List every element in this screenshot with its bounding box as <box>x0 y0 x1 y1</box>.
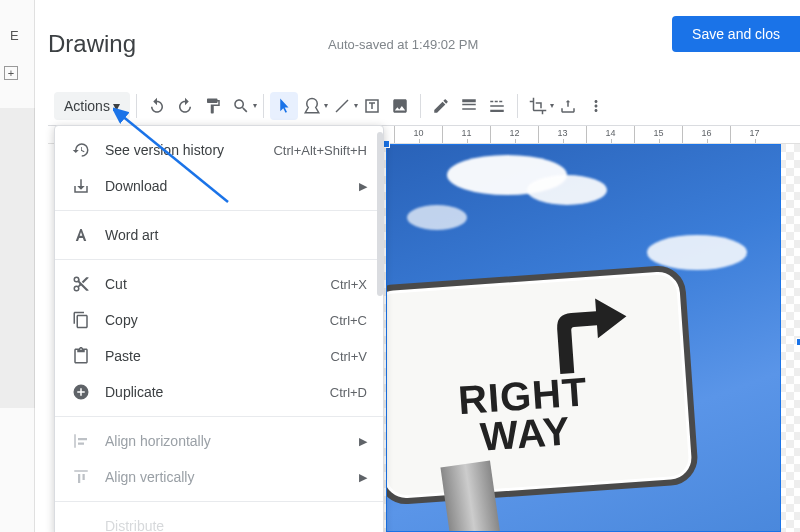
textbox-button[interactable] <box>358 92 386 120</box>
menu-item-cut[interactable]: Cut Ctrl+X <box>55 266 383 302</box>
menu-item-wordart[interactable]: Word art <box>55 217 383 253</box>
menu-item-paste[interactable]: Paste Ctrl+V <box>55 338 383 374</box>
download-icon <box>71 176 91 196</box>
menu-item-align-horizontally: Align horizontally ▶ <box>55 423 383 459</box>
menu-shortcut: Ctrl+C <box>330 313 367 328</box>
menu-label: Paste <box>105 348 331 364</box>
menu-divider <box>55 501 383 502</box>
reset-image-button[interactable] <box>554 92 582 120</box>
caret-down-icon: ▾ <box>253 101 257 110</box>
sign-pole <box>440 460 502 532</box>
cloud-graphic <box>527 175 607 205</box>
menu-shortcut: Ctrl+V <box>331 349 367 364</box>
menu-label: Distribute <box>105 518 367 532</box>
shape-tool-button[interactable] <box>298 92 326 120</box>
menu-label: Cut <box>105 276 331 292</box>
save-and-close-button[interactable]: Save and clos <box>672 16 800 52</box>
menu-label: Align horizontally <box>105 433 359 449</box>
ruler-tick: 16 <box>682 126 730 143</box>
selection-handle[interactable] <box>796 338 800 346</box>
paste-icon <box>71 346 91 366</box>
ruler-tick: 14 <box>586 126 634 143</box>
menu-item-align-vertically: Align vertically ▶ <box>55 459 383 495</box>
actions-dropdown-menu: See version history Ctrl+Alt+Shift+H Dow… <box>54 125 384 532</box>
menu-label: Download <box>105 178 359 194</box>
cloud-graphic <box>647 235 747 270</box>
menu-label: Copy <box>105 312 330 328</box>
menu-label: Duplicate <box>105 384 330 400</box>
inserted-image[interactable]: Y RIGHTWAY <box>386 144 781 532</box>
align-horizontal-icon <box>71 431 91 451</box>
paint-format-button[interactable] <box>199 92 227 120</box>
ruler-tick: 12 <box>490 126 538 143</box>
border-color-button[interactable] <box>427 92 455 120</box>
menu-scrollbar[interactable] <box>377 132 383 296</box>
menu-label: Word art <box>105 227 367 243</box>
toolbar-separator <box>517 94 518 118</box>
menu-item-distribute: Distribute <box>55 508 383 532</box>
undo-button[interactable] <box>143 92 171 120</box>
menu-label: Align vertically <box>105 469 359 485</box>
toolbar-separator <box>420 94 421 118</box>
wordart-icon <box>71 225 91 245</box>
menu-shortcut: Ctrl+Alt+Shift+H <box>273 143 367 158</box>
ruler-tick: 10 <box>394 126 442 143</box>
menu-divider <box>55 259 383 260</box>
align-vertical-icon <box>71 467 91 487</box>
sign-text: RIGHTWAY <box>386 367 670 463</box>
line-tool-button[interactable] <box>328 92 356 120</box>
ruler-tick: 13 <box>538 126 586 143</box>
right-turn-arrow-icon <box>540 294 635 380</box>
actions-label: Actions <box>64 98 110 114</box>
submenu-arrow-icon: ▶ <box>359 471 367 484</box>
menu-shortcut: Ctrl+X <box>331 277 367 292</box>
redo-button[interactable] <box>171 92 199 120</box>
border-dash-button[interactable] <box>483 92 511 120</box>
toolbar-separator <box>136 94 137 118</box>
caret-down-icon: ▾ <box>113 98 120 114</box>
ruler-tick: 11 <box>442 126 490 143</box>
background-text: E <box>10 28 19 43</box>
road-sign: RIGHTWAY <box>386 264 699 506</box>
distribute-icon <box>71 516 91 532</box>
submenu-arrow-icon: ▶ <box>359 180 367 193</box>
menu-item-version-history[interactable]: See version history Ctrl+Alt+Shift+H <box>55 132 383 168</box>
crop-button[interactable] <box>524 92 552 120</box>
autosave-status: Auto-saved at 1:49:02 PM <box>328 37 478 52</box>
expand-marker: + <box>4 66 18 80</box>
menu-item-duplicate[interactable]: Duplicate Ctrl+D <box>55 374 383 410</box>
duplicate-icon <box>71 382 91 402</box>
border-weight-button[interactable] <box>455 92 483 120</box>
ruler-tick: 15 <box>634 126 682 143</box>
menu-divider <box>55 416 383 417</box>
actions-menu-button[interactable]: Actions ▾ <box>54 92 130 120</box>
cloud-graphic <box>407 205 467 230</box>
dialog-title: Drawing <box>48 30 136 58</box>
submenu-arrow-icon: ▶ <box>359 435 367 448</box>
menu-item-download[interactable]: Download ▶ <box>55 168 383 204</box>
ruler-tick: 17 <box>730 126 778 143</box>
more-options-button[interactable] <box>582 92 610 120</box>
menu-shortcut: Ctrl+D <box>330 385 367 400</box>
menu-divider <box>55 210 383 211</box>
insert-image-button[interactable] <box>386 92 414 120</box>
zoom-button[interactable] <box>227 92 255 120</box>
cut-icon <box>71 274 91 294</box>
history-icon <box>71 140 91 160</box>
toolbar-separator <box>263 94 264 118</box>
modal-backdrop <box>0 108 35 408</box>
copy-icon <box>71 310 91 330</box>
select-tool-button[interactable] <box>270 92 298 120</box>
background-document-margin: E + <box>0 0 35 532</box>
menu-item-copy[interactable]: Copy Ctrl+C <box>55 302 383 338</box>
menu-label: See version history <box>105 142 273 158</box>
drawing-toolbar: Actions ▾ ▾ ▾ ▾ ▾ <box>48 86 800 126</box>
